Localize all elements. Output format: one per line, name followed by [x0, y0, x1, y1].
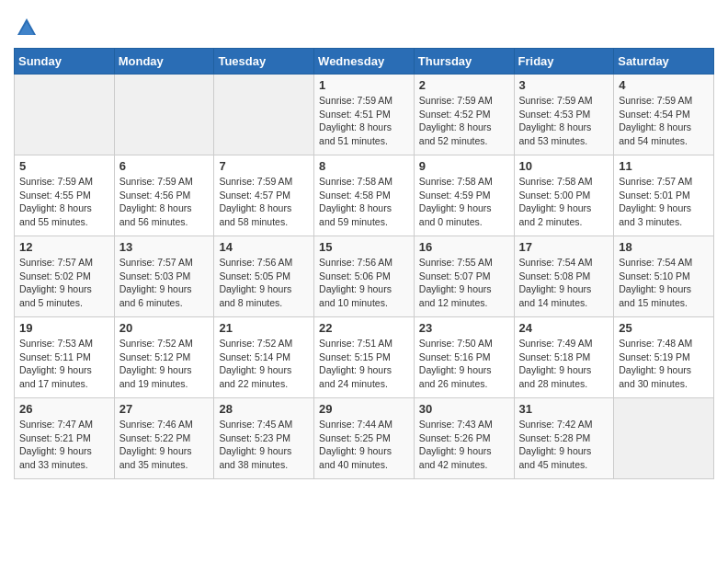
day-number: 28: [219, 402, 309, 416]
day-info: Sunrise: 7:59 AM Sunset: 4:54 PM Dayligh…: [619, 94, 709, 148]
day-number: 14: [219, 240, 309, 254]
day-number: 19: [19, 321, 109, 335]
day-number: 22: [319, 321, 409, 335]
day-number: 29: [319, 402, 409, 416]
day-number: 17: [519, 240, 609, 254]
day-number: 16: [419, 240, 509, 254]
calendar-cell: 14Sunrise: 7:56 AM Sunset: 5:05 PM Dayli…: [214, 236, 314, 317]
calendar-cell: 29Sunrise: 7:44 AM Sunset: 5:25 PM Dayli…: [314, 398, 415, 479]
day-number: 23: [419, 321, 509, 335]
calendar-cell: 22Sunrise: 7:51 AM Sunset: 5:15 PM Dayli…: [314, 317, 415, 398]
day-info: Sunrise: 7:53 AM Sunset: 5:11 PM Dayligh…: [19, 337, 109, 391]
day-number: 7: [219, 159, 309, 173]
week-row-4: 26Sunrise: 7:47 AM Sunset: 5:21 PM Dayli…: [15, 398, 714, 479]
calendar-cell: 10Sunrise: 7:58 AM Sunset: 5:00 PM Dayli…: [514, 155, 614, 236]
header: [14, 9, 714, 40]
calendar-cell: 2Sunrise: 7:59 AM Sunset: 4:52 PM Daylig…: [414, 75, 514, 155]
day-number: 4: [619, 78, 709, 92]
calendar-cell: 7Sunrise: 7:59 AM Sunset: 4:57 PM Daylig…: [214, 155, 314, 236]
day-number: 6: [119, 159, 210, 173]
day-number: 18: [619, 240, 709, 254]
day-info: Sunrise: 7:47 AM Sunset: 5:21 PM Dayligh…: [19, 418, 109, 472]
day-info: Sunrise: 7:51 AM Sunset: 5:15 PM Dayligh…: [319, 337, 409, 391]
calendar-cell: 26Sunrise: 7:47 AM Sunset: 5:21 PM Dayli…: [15, 398, 115, 479]
day-number: 21: [219, 321, 309, 335]
day-info: Sunrise: 7:54 AM Sunset: 5:08 PM Dayligh…: [519, 256, 609, 310]
day-number: 15: [319, 240, 409, 254]
day-number: 1: [319, 78, 409, 92]
day-info: Sunrise: 7:46 AM Sunset: 5:22 PM Dayligh…: [119, 418, 210, 472]
calendar-cell: 24Sunrise: 7:49 AM Sunset: 5:18 PM Dayli…: [514, 317, 614, 398]
day-info: Sunrise: 7:58 AM Sunset: 5:00 PM Dayligh…: [519, 175, 609, 229]
calendar-cell: 18Sunrise: 7:54 AM Sunset: 5:10 PM Dayli…: [614, 236, 714, 317]
day-info: Sunrise: 7:57 AM Sunset: 5:02 PM Dayligh…: [19, 256, 109, 310]
day-info: Sunrise: 7:59 AM Sunset: 4:51 PM Dayligh…: [319, 94, 409, 148]
day-number: 27: [119, 402, 210, 416]
calendar-cell: 11Sunrise: 7:57 AM Sunset: 5:01 PM Dayli…: [614, 155, 714, 236]
week-row-0: 1Sunrise: 7:59 AM Sunset: 4:51 PM Daylig…: [15, 75, 714, 155]
day-info: Sunrise: 7:56 AM Sunset: 5:05 PM Dayligh…: [219, 256, 309, 310]
calendar-cell: 19Sunrise: 7:53 AM Sunset: 5:11 PM Dayli…: [15, 317, 115, 398]
calendar-body: 1Sunrise: 7:59 AM Sunset: 4:51 PM Daylig…: [15, 75, 714, 479]
calendar-cell: [214, 75, 314, 155]
logo-icon: [14, 15, 40, 40]
day-info: Sunrise: 7:43 AM Sunset: 5:26 PM Dayligh…: [419, 418, 509, 472]
day-info: Sunrise: 7:52 AM Sunset: 5:12 PM Dayligh…: [119, 337, 210, 391]
day-number: 11: [619, 159, 709, 173]
day-info: Sunrise: 7:56 AM Sunset: 5:06 PM Dayligh…: [319, 256, 409, 310]
day-number: 13: [119, 240, 210, 254]
calendar-cell: 28Sunrise: 7:45 AM Sunset: 5:23 PM Dayli…: [214, 398, 314, 479]
day-number: 31: [519, 402, 609, 416]
day-number: 3: [519, 78, 609, 92]
week-row-1: 5Sunrise: 7:59 AM Sunset: 4:55 PM Daylig…: [15, 155, 714, 236]
day-info: Sunrise: 7:59 AM Sunset: 4:57 PM Dayligh…: [219, 175, 309, 229]
logo: [14, 15, 43, 40]
calendar-cell: 17Sunrise: 7:54 AM Sunset: 5:08 PM Dayli…: [514, 236, 614, 317]
calendar-cell: 12Sunrise: 7:57 AM Sunset: 5:02 PM Dayli…: [15, 236, 115, 317]
day-info: Sunrise: 7:57 AM Sunset: 5:03 PM Dayligh…: [119, 256, 210, 310]
day-info: Sunrise: 7:42 AM Sunset: 5:28 PM Dayligh…: [519, 418, 609, 472]
day-info: Sunrise: 7:54 AM Sunset: 5:10 PM Dayligh…: [619, 256, 709, 310]
day-number: 30: [419, 402, 509, 416]
calendar-header: SundayMondayTuesdayWednesdayThursdayFrid…: [15, 49, 714, 75]
weekday-header-thursday: Thursday: [414, 49, 514, 75]
day-info: Sunrise: 7:49 AM Sunset: 5:18 PM Dayligh…: [519, 337, 609, 391]
day-info: Sunrise: 7:45 AM Sunset: 5:23 PM Dayligh…: [219, 418, 309, 472]
day-number: 8: [319, 159, 409, 173]
week-row-2: 12Sunrise: 7:57 AM Sunset: 5:02 PM Dayli…: [15, 236, 714, 317]
page: SundayMondayTuesdayWednesdayThursdayFrid…: [0, 0, 728, 493]
calendar-cell: 21Sunrise: 7:52 AM Sunset: 5:14 PM Dayli…: [214, 317, 314, 398]
day-info: Sunrise: 7:59 AM Sunset: 4:52 PM Dayligh…: [419, 94, 509, 148]
calendar-cell: 13Sunrise: 7:57 AM Sunset: 5:03 PM Dayli…: [114, 236, 214, 317]
day-info: Sunrise: 7:48 AM Sunset: 5:19 PM Dayligh…: [619, 337, 709, 391]
day-number: 12: [19, 240, 109, 254]
day-number: 5: [19, 159, 109, 173]
weekday-header-sunday: Sunday: [15, 49, 115, 75]
day-info: Sunrise: 7:44 AM Sunset: 5:25 PM Dayligh…: [319, 418, 409, 472]
day-info: Sunrise: 7:55 AM Sunset: 5:07 PM Dayligh…: [419, 256, 509, 310]
calendar-cell: 20Sunrise: 7:52 AM Sunset: 5:12 PM Dayli…: [114, 317, 214, 398]
day-info: Sunrise: 7:59 AM Sunset: 4:56 PM Dayligh…: [119, 175, 210, 229]
calendar-cell: 31Sunrise: 7:42 AM Sunset: 5:28 PM Dayli…: [514, 398, 614, 479]
day-info: Sunrise: 7:52 AM Sunset: 5:14 PM Dayligh…: [219, 337, 309, 391]
calendar-cell: 9Sunrise: 7:58 AM Sunset: 4:59 PM Daylig…: [414, 155, 514, 236]
day-number: 9: [419, 159, 509, 173]
calendar-cell: [114, 75, 214, 155]
calendar-cell: 4Sunrise: 7:59 AM Sunset: 4:54 PM Daylig…: [614, 75, 714, 155]
calendar-cell: 3Sunrise: 7:59 AM Sunset: 4:53 PM Daylig…: [514, 75, 614, 155]
calendar-table: SundayMondayTuesdayWednesdayThursdayFrid…: [14, 48, 714, 479]
calendar-cell: 15Sunrise: 7:56 AM Sunset: 5:06 PM Dayli…: [314, 236, 415, 317]
day-number: 10: [519, 159, 609, 173]
day-number: 24: [519, 321, 609, 335]
week-row-3: 19Sunrise: 7:53 AM Sunset: 5:11 PM Dayli…: [15, 317, 714, 398]
weekday-header-tuesday: Tuesday: [214, 49, 314, 75]
calendar-cell: 30Sunrise: 7:43 AM Sunset: 5:26 PM Dayli…: [414, 398, 514, 479]
calendar-cell: [614, 398, 714, 479]
calendar-cell: 5Sunrise: 7:59 AM Sunset: 4:55 PM Daylig…: [15, 155, 115, 236]
day-info: Sunrise: 7:57 AM Sunset: 5:01 PM Dayligh…: [619, 175, 709, 229]
weekday-header-monday: Monday: [114, 49, 214, 75]
weekday-row: SundayMondayTuesdayWednesdayThursdayFrid…: [15, 49, 714, 75]
calendar-cell: 27Sunrise: 7:46 AM Sunset: 5:22 PM Dayli…: [114, 398, 214, 479]
weekday-header-saturday: Saturday: [614, 49, 714, 75]
weekday-header-friday: Friday: [514, 49, 614, 75]
